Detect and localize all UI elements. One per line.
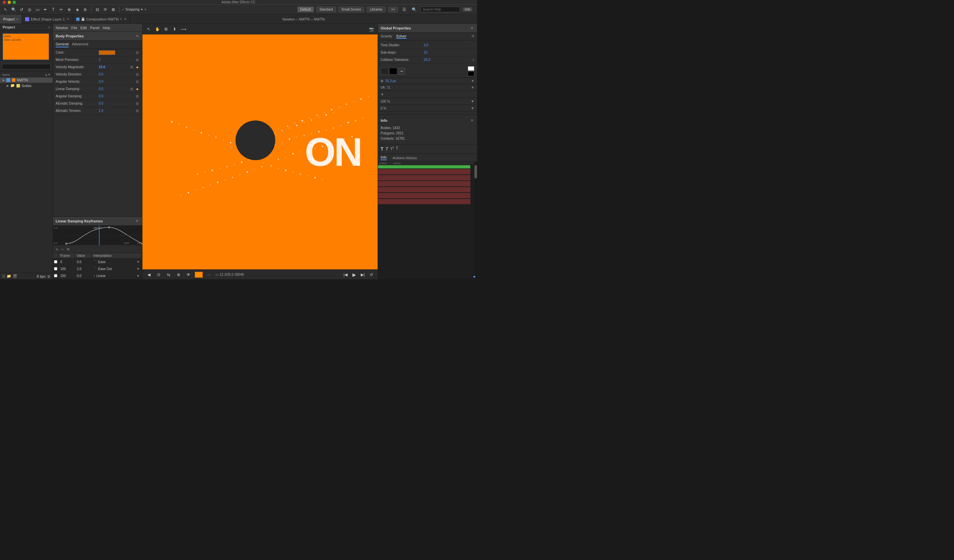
loop-btn[interactable]: ↺ (368, 271, 375, 278)
view-select-tool[interactable]: ↖ (145, 25, 152, 33)
ld-reset[interactable]: · (123, 87, 128, 91)
workspace-menu-btn[interactable]: ☰ (401, 6, 408, 13)
vel-reset[interactable]: · (123, 65, 128, 70)
workspace-more[interactable]: >> (388, 6, 398, 12)
brush-tool[interactable]: ✏ (58, 6, 65, 13)
text-tool[interactable]: T (50, 6, 57, 13)
snap-icon1[interactable]: ✦ (140, 8, 143, 11)
kf-delete-btn[interactable]: ✕ (66, 247, 70, 252)
kf-remove-btn[interactable]: − (61, 247, 64, 252)
tab-info-btn[interactable]: Info (380, 155, 387, 160)
workspace-libraries[interactable]: Libraries (367, 6, 385, 12)
newton-menu-file[interactable]: File (71, 26, 77, 30)
newton-menu-panel[interactable]: Panel (90, 26, 99, 30)
align-btn2[interactable]: ⟳ (102, 6, 109, 13)
av-reset[interactable]: · (129, 79, 134, 84)
view-snap-tool[interactable]: ⟶ (179, 25, 187, 33)
global-props-close[interactable]: ✕ (470, 25, 474, 31)
kf-add-btn[interactable]: + (56, 247, 58, 252)
tab-project[interactable]: Project ≡ (0, 14, 22, 23)
zoom-tool[interactable]: 🔍 (10, 6, 17, 13)
view-dots[interactable]: ··· (205, 271, 213, 278)
expand-handle[interactable] (473, 276, 475, 278)
av-link[interactable]: ⛓ (135, 79, 139, 84)
vdir-link[interactable]: ⛓ (135, 72, 139, 77)
name-sort[interactable]: Name (2, 73, 10, 76)
ss-btn[interactable]: · (470, 50, 474, 55)
new-comp-btn[interactable]: 🎬 (12, 274, 17, 278)
selection-tool[interactable]: ↖ (2, 6, 9, 13)
aed-link[interactable]: ⛓ (135, 101, 139, 106)
view-eye[interactable]: 👁 (185, 271, 192, 278)
percent-2-arrow[interactable]: ▼ (471, 106, 474, 110)
td-btn[interactable]: · (470, 43, 474, 48)
play-btn[interactable]: ▶ (351, 271, 358, 278)
tt-bold[interactable]: T (380, 146, 383, 152)
maximize-window-btn[interactable] (12, 1, 16, 4)
kf-interp-dropdown-150[interactable]: ▼ (136, 274, 140, 278)
expand-arrow[interactable]: ▼ (380, 93, 384, 96)
comp-tab-close[interactable]: ✕ (124, 17, 126, 21)
body-props-close[interactable]: ✕ (135, 33, 139, 39)
rotation-tool[interactable]: ↺ (18, 6, 25, 13)
tt-subscript[interactable]: Tᵢ (396, 146, 398, 152)
search-input[interactable] (420, 6, 460, 12)
effect-layer-close[interactable]: ✕ (67, 17, 69, 21)
newton-menu-edit[interactable]: Edit (81, 26, 87, 30)
trash-btn[interactable]: 🗑 (47, 274, 51, 278)
ct-list-icon[interactable]: ≡ (472, 58, 474, 62)
gp-swatch-1[interactable] (380, 68, 388, 75)
eraser-tool[interactable]: ◈ (73, 6, 81, 13)
snapping-control[interactable]: ✓ Snapping ✦ ✧ (122, 8, 147, 11)
gp-black-swatch[interactable] (468, 72, 474, 76)
view-camera-tool[interactable]: ⬇ (171, 25, 178, 33)
ad-reset[interactable]: · (129, 94, 134, 99)
tree-item-solids[interactable]: ▶ 📁 Solids (0, 83, 53, 89)
kf-interp-dropdown-100[interactable]: ▼ (136, 267, 140, 271)
minimap-scrollbar[interactable] (474, 162, 477, 279)
rectangle-tool[interactable]: ▭ (34, 6, 41, 13)
kf-check-0[interactable] (53, 258, 58, 265)
project-tab-menu[interactable]: ≡ (16, 17, 18, 21)
align-btn3[interactable]: ⊠ (110, 6, 117, 13)
kf-interp-dropdown-0[interactable]: ▼ (136, 260, 140, 264)
ct-btn[interactable]: · (466, 58, 471, 62)
gp-tab-solver[interactable]: Solver (396, 34, 407, 39)
project-menu-btn[interactable]: ≡ (48, 25, 50, 29)
orbit-tool[interactable]: ◎ (26, 6, 33, 13)
view-hand-tool[interactable]: ✋ (154, 25, 161, 33)
color-reset[interactable]: · (129, 50, 134, 55)
tt-italic[interactable]: T (385, 146, 388, 152)
puppet-tool[interactable]: ⊛ (81, 6, 89, 13)
vdir-reset[interactable]: · (129, 72, 134, 77)
gp-tab-gravity[interactable]: Gravity (380, 34, 392, 39)
tab-actions-history[interactable]: Actions History (390, 156, 419, 160)
vel-link[interactable]: ⛓ (129, 65, 134, 70)
ld-link[interactable]: ⛓ (129, 87, 134, 91)
tab-effect-layer[interactable]: Effect Shape Layer 1 ✕ (22, 14, 73, 23)
gp-swatch-2[interactable] (389, 68, 397, 75)
pen-tool[interactable]: ✒ (42, 6, 49, 13)
mesh-reset[interactable]: · (129, 58, 134, 62)
aet-link[interactable]: ⛓ (135, 109, 139, 113)
view-color-swatch[interactable] (195, 272, 203, 278)
ad-link[interactable]: ⛓ (135, 94, 139, 99)
new-folder-btn[interactable]: 📁 (7, 274, 11, 278)
project-search-input[interactable] (2, 64, 51, 70)
workspace-default[interactable]: Default (298, 6, 314, 12)
gp-tab-ts[interactable]: ts (472, 34, 474, 39)
view-zoom-in[interactable]: ⊕ (175, 271, 182, 278)
gp-edit-btn[interactable]: ✏ (399, 68, 405, 75)
align-btn1[interactable]: ⊟ (94, 6, 101, 13)
color-picker[interactable] (99, 50, 115, 55)
minimize-window-btn[interactable] (8, 1, 11, 4)
kf-check-100[interactable] (53, 266, 58, 272)
percent-arrow[interactable]: ▼ (471, 99, 474, 103)
kf-close[interactable]: ✕ (135, 218, 139, 224)
kf-check-150[interactable] (53, 272, 58, 279)
aet-reset[interactable]: · (129, 109, 134, 113)
search-icon[interactable]: 🔍 (410, 6, 418, 13)
view-arrow-left[interactable]: ◀ (145, 271, 152, 278)
view-arrows[interactable]: ⇆ (165, 271, 172, 278)
tree-item-nwtn[interactable]: ▶ NWTN (0, 78, 53, 83)
